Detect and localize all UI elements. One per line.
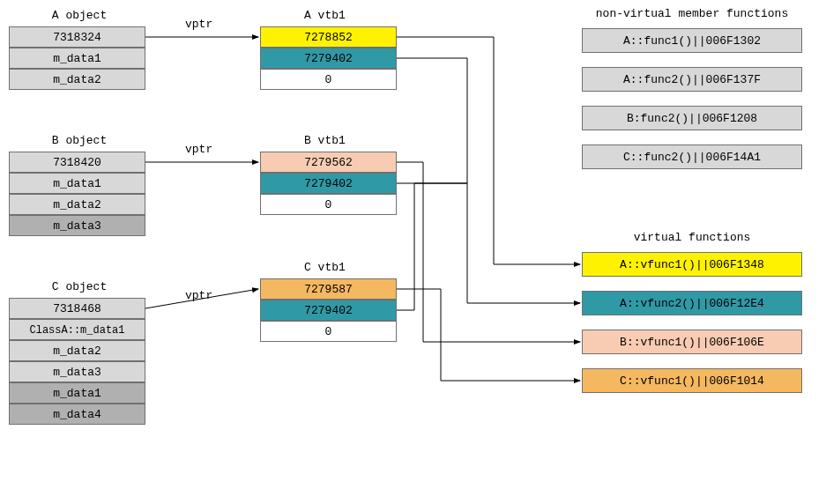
c-vptr-label: vptr bbox=[185, 289, 212, 302]
a-vtbl-row-0: 7278852 bbox=[260, 26, 397, 48]
c-obj-row-4: m_data1 bbox=[9, 382, 145, 404]
b-vtbl-row-1: 7279402 bbox=[260, 173, 397, 194]
b-obj-row-2: m_data2 bbox=[9, 194, 145, 215]
a-obj-row-1: m_data1 bbox=[9, 48, 145, 69]
c-object-title: C object bbox=[44, 280, 115, 293]
a-obj-row-2: m_data2 bbox=[9, 69, 145, 90]
b-obj-row-0: 7318420 bbox=[9, 152, 145, 173]
b-vptr-label: vptr bbox=[185, 143, 212, 156]
c-vtbl-row-0: 7279587 bbox=[260, 278, 397, 300]
nonvirtual-0: A::func1()||006F1302 bbox=[582, 28, 802, 53]
b-object-title: B object bbox=[44, 134, 115, 147]
c-vtbl-row-1: 7279402 bbox=[260, 300, 397, 321]
c-obj-row-1: ClassA::m_data1 bbox=[9, 319, 145, 340]
c-vtbl-title: C vtb1 bbox=[304, 261, 346, 274]
c-obj-row-5: m_data4 bbox=[9, 404, 145, 425]
nonvirtual-3: C::func2()||006F14A1 bbox=[582, 145, 802, 169]
a-object-title: A object bbox=[44, 9, 115, 22]
b-vtbl-title: B vtb1 bbox=[304, 134, 346, 147]
nonvirtual-1: A::func2()||006F137F bbox=[582, 67, 802, 92]
b-vtbl-row-0: 7279562 bbox=[260, 152, 397, 173]
virtual-title: virtual functions bbox=[582, 231, 802, 244]
b-obj-row-3: m_data3 bbox=[9, 215, 145, 236]
c-obj-row-0: 7318468 bbox=[9, 298, 145, 319]
a-vptr-label: vptr bbox=[185, 18, 212, 31]
virtual-3: C::vfunc1()||006F1014 bbox=[582, 368, 802, 393]
a-vtbl-row-2: 0 bbox=[260, 69, 397, 90]
b-vtbl-row-2: 0 bbox=[260, 194, 397, 215]
nonvirtual-title: non-virtual member functions bbox=[582, 7, 802, 20]
virtual-2: B::vfunc1()||006F106E bbox=[582, 330, 802, 354]
nonvirtual-2: B:func2()||006F1208 bbox=[582, 106, 802, 130]
c-vtbl-row-2: 0 bbox=[260, 321, 397, 342]
virtual-1: A::vfunc2()||006F12E4 bbox=[582, 291, 802, 315]
virtual-0: A::vfunc1()||006F1348 bbox=[582, 252, 802, 277]
c-obj-row-2: m_data2 bbox=[9, 340, 145, 361]
a-vtbl-row-1: 7279402 bbox=[260, 48, 397, 69]
c-obj-row-3: m_data3 bbox=[9, 361, 145, 382]
a-obj-row-0: 7318324 bbox=[9, 26, 145, 48]
a-vtbl-title: A vtb1 bbox=[304, 9, 346, 22]
b-obj-row-1: m_data1 bbox=[9, 173, 145, 194]
